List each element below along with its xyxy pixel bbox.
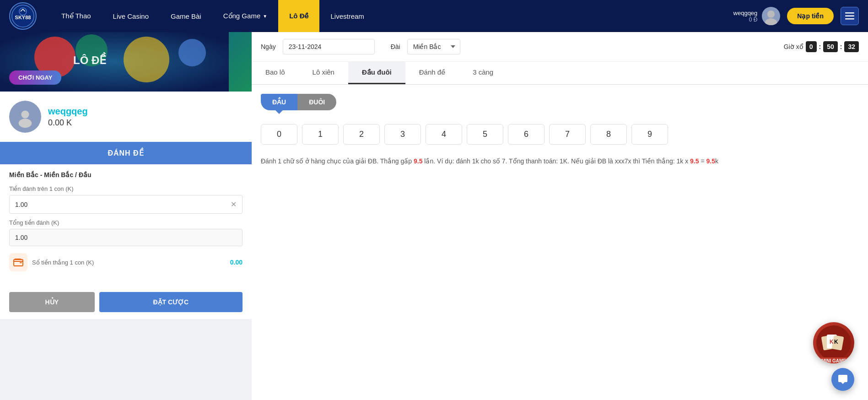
tab-dau-duoi[interactable]: Đầu đuôi [348, 62, 405, 84]
number-cell-4[interactable]: 4 [426, 124, 462, 145]
svg-point-4 [765, 18, 777, 25]
nav-item-game-bai[interactable]: Game Bài [160, 0, 212, 32]
banner-area: LÔ ĐỀ CHƠI NGAY [0, 32, 252, 92]
user-card: weqgqeg 0.00 K [0, 92, 252, 142]
number-cell-1[interactable]: 1 [302, 124, 339, 145]
wallet-icon [9, 253, 27, 271]
desc-multiplier-2: 9.5 [690, 157, 699, 165]
user-text: weqgqeg 0 Đ [733, 10, 758, 23]
number-cell-2[interactable]: 2 [343, 124, 380, 145]
tab-lo-xien[interactable]: Lô xiên [299, 62, 348, 84]
tong-tien-group: Tổng tiền đánh (K) 1.00 [9, 219, 243, 246]
user-name: weqgqeg [733, 10, 758, 16]
form-section: Miền Bắc - Miền Bắc / Đầu Tiền đánh trên… [0, 164, 252, 285]
number-cell-0[interactable]: 0 [261, 124, 297, 145]
dai-label: Đài [391, 43, 400, 50]
number-cell-7[interactable]: 7 [549, 124, 586, 145]
svg-text:K: K [834, 339, 838, 345]
tien-danh-group: Tiền đánh trên 1 con (K) ✕ [9, 185, 243, 214]
nav-item-live-casino[interactable]: Live Casino [102, 0, 160, 32]
ngay-label: Ngày [261, 43, 276, 50]
dat-cuoc-button[interactable]: ĐẶT CƯỢC [99, 292, 243, 312]
number-cell-9[interactable]: 9 [631, 124, 668, 145]
clear-icon[interactable]: ✕ [231, 200, 237, 209]
dau-button[interactable]: ĐẦU [261, 94, 297, 110]
tien-danh-input-wrapper: ✕ [9, 195, 243, 214]
time-minutes: 50 [823, 41, 838, 52]
svg-rect-6 [845, 16, 854, 17]
mini-game-float[interactable]: K K MINI GAME [813, 322, 854, 363]
win-amount: 0.00 [230, 259, 243, 266]
svg-point-12 [178, 39, 206, 66]
filter-bar: Ngày Đài Miền Bắc Miền Nam Miền Trung Gi… [252, 32, 868, 62]
tien-danh-input[interactable] [15, 201, 231, 208]
desc-text-1: Đánh 1 chữ số ở hàng chục của giải ĐB. T… [261, 157, 414, 165]
nav-item-cong-game[interactable]: Cổng Game ▼ [212, 0, 278, 32]
logo-area[interactable]: SKY88 [9, 2, 37, 30]
desc-result: 9.5 [706, 157, 715, 165]
header-right: weqgqeg 0 Đ Nạp tiền [733, 7, 859, 25]
number-cell-6[interactable]: 6 [508, 124, 545, 145]
time-colon-2: : [840, 43, 842, 50]
user-avatar [9, 101, 41, 133]
svg-point-16 [19, 119, 32, 128]
svg-text:SKY88: SKY88 [15, 15, 31, 20]
tab-3-cang[interactable]: 3 càng [459, 62, 507, 84]
svg-point-15 [21, 110, 29, 118]
dai-select[interactable]: Miền Bắc Miền Nam Miền Trung [407, 39, 460, 54]
description-area: Đánh 1 chữ số ở hàng chục của giải ĐB. T… [252, 151, 868, 175]
time-seconds: 32 [844, 41, 859, 52]
nav-item-lo-de[interactable]: Lô Đề [278, 0, 319, 32]
svg-rect-7 [845, 18, 854, 20]
nap-tien-button[interactable]: Nạp tiền [787, 8, 834, 24]
user-card-name: weqgqeg [48, 106, 88, 117]
mini-game-inner: K K MINI GAME [813, 322, 854, 363]
number-grid: 0 1 2 3 4 5 6 7 8 9 [252, 115, 868, 151]
desc-multiplier-1: 9.5 [414, 157, 422, 165]
number-cell-5[interactable]: 5 [467, 124, 503, 145]
tab-bao-lo[interactable]: Bao lô [252, 62, 299, 84]
time-colon-1: : [819, 43, 821, 50]
duoi-button[interactable]: ĐUÔI [297, 94, 336, 110]
desc-text-mid: lần. Ví dụ: đánh 1k cho số 7. Tổng thanh… [422, 157, 690, 165]
dau-duoi-area: ĐẦUĐUÔI [252, 85, 868, 115]
tien-danh-label: Tiền đánh trên 1 con (K) [9, 185, 243, 192]
left-sidebar: LÔ ĐỀ CHƠI NGAY weqgqeg 0.00 K ĐÁNH ĐỀ M… [0, 32, 252, 400]
chevron-down-icon: ▼ [263, 14, 267, 19]
nav-item-livestream[interactable]: Livestream [319, 0, 375, 32]
nav-item-the-thao[interactable]: Thể Thao [50, 0, 102, 32]
user-card-details: weqgqeg 0.00 K [48, 106, 88, 128]
choi-ngay-button[interactable]: CHƠI NGAY [9, 70, 61, 85]
huy-button[interactable]: HỦY [9, 292, 95, 312]
chat-float-button[interactable] [831, 368, 854, 391]
svg-point-3 [767, 11, 775, 18]
number-cell-8[interactable]: 8 [590, 124, 627, 145]
user-card-balance: 0.00 K [48, 118, 88, 128]
time-hours: 0 [806, 41, 817, 52]
right-content: Ngày Đài Miền Bắc Miền Nam Miền Trung Gi… [252, 32, 868, 400]
user-balance: 0 Đ [733, 16, 758, 23]
header: SKY88 Thể Thao Live Casino Game Bài Cổng… [0, 0, 868, 32]
svg-text:LÔ ĐỀ: LÔ ĐỀ [73, 52, 106, 66]
svg-rect-5 [845, 12, 854, 14]
win-label: Số tiền thắng 1 con (K) [32, 259, 226, 266]
winnings-row: Số tiền thắng 1 con (K) 0.00 [9, 253, 243, 271]
date-input[interactable] [283, 39, 375, 54]
svg-point-11 [124, 37, 169, 82]
svg-text:K: K [830, 339, 834, 345]
tong-tien-label: Tổng tiền đánh (K) [9, 219, 243, 226]
number-cell-3[interactable]: 3 [384, 124, 421, 145]
tong-tien-value: 1.00 [9, 229, 243, 246]
menu-icon-button[interactable] [841, 7, 859, 25]
avatar[interactable] [762, 7, 780, 25]
gio-xo-area: Giờ xổ 0 : 50 : 32 [784, 41, 859, 52]
logo: SKY88 [9, 2, 37, 30]
desc-suffix: k [715, 157, 718, 165]
region-label: Miền Bắc - Miền Bắc / Đầu [9, 171, 243, 178]
tab-danh-de[interactable]: Đánh đề [405, 62, 459, 84]
action-buttons: HỦY ĐẶT CƯỢC [0, 285, 252, 319]
danh-de-main-button[interactable]: ĐÁNH ĐỀ [0, 142, 252, 164]
gio-xo-label: Giờ xổ [784, 43, 803, 50]
tabs-bar: Bao lô Lô xiên Đầu đuôi Đánh đề 3 càng [252, 62, 868, 85]
user-info: weqgqeg 0 Đ [733, 7, 781, 25]
